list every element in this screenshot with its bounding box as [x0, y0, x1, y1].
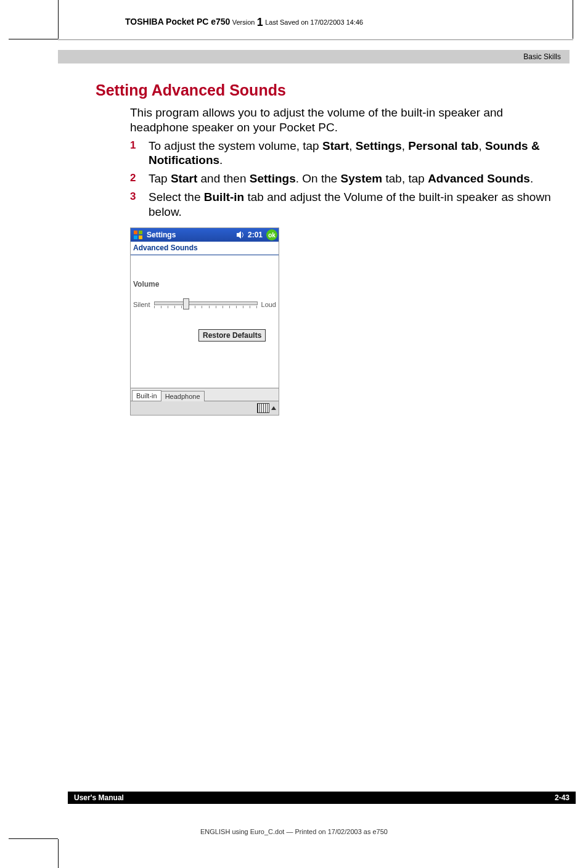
start-icon[interactable]: [132, 229, 144, 241]
step-number: 3: [130, 190, 136, 203]
saved-label: Last Saved on 17/02/2003 14:46: [265, 18, 363, 26]
pda-time: 2:01: [248, 231, 266, 239]
footer-note: ENGLISH using Euro_C.dot — Printed on 17…: [0, 828, 588, 835]
tab-bar: Built-in Headphone: [131, 388, 279, 401]
chevron-up-icon[interactable]: [271, 406, 276, 410]
step-text: Select the Built-in tab and adjust the V…: [149, 190, 551, 218]
footer-bar: User's Manual 2-43: [68, 792, 576, 804]
step-number: 1: [130, 139, 136, 152]
version-label: Version: [232, 18, 255, 26]
svg-rect-3: [139, 235, 142, 239]
step-text: To adjust the system volume, tap Start, …: [149, 139, 540, 167]
pda-subtitle: Advanced Sounds: [131, 242, 279, 255]
product-name: TOSHIBA Pocket PC e750: [125, 17, 230, 27]
section-title: Basic Skills: [523, 52, 561, 61]
slider-right-label: Loud: [261, 301, 276, 308]
restore-defaults-button[interactable]: Restore Defaults: [198, 329, 266, 342]
pda-screenshot: Settings 2:01 ok Advanced Sounds Volume …: [130, 227, 279, 416]
pda-title-text: Settings: [145, 231, 234, 239]
ok-button[interactable]: ok: [266, 229, 277, 240]
section-bar: Basic Skills: [58, 50, 570, 63]
svg-rect-1: [139, 231, 142, 234]
speaker-icon[interactable]: [234, 231, 248, 239]
svg-marker-4: [237, 231, 241, 239]
footer-left: User's Manual: [74, 793, 124, 802]
volume-label: Volume: [133, 280, 159, 289]
step-text: Tap Start and then Settings. On the Syst…: [149, 172, 533, 185]
step-3: 3 Select the Built-in tab and adjust the…: [130, 190, 551, 219]
svg-rect-2: [134, 235, 137, 239]
pda-footer: [131, 401, 279, 415]
keyboard-icon[interactable]: [257, 403, 269, 413]
page-header: TOSHIBA Pocket PC e750 Version 1 Last Sa…: [125, 16, 495, 29]
step-number: 2: [130, 171, 136, 184]
version-number: 1: [257, 16, 263, 28]
step-2: 2 Tap Start and then Settings. On the Sy…: [130, 171, 551, 186]
footer-right: 2-43: [555, 793, 570, 802]
slider-thumb[interactable]: [183, 298, 189, 309]
page-title: Setting Advanced Sounds: [96, 81, 551, 99]
slider-left-label: Silent: [133, 301, 150, 308]
step-1: 1 To adjust the system volume, tap Start…: [130, 139, 551, 168]
svg-rect-0: [134, 231, 137, 234]
pda-titlebar: Settings 2:01 ok: [131, 228, 279, 242]
tab-headphone[interactable]: Headphone: [161, 391, 205, 401]
volume-slider[interactable]: [154, 298, 258, 311]
tab-builtin[interactable]: Built-in: [132, 390, 161, 401]
intro-text: This program allows you to adjust the vo…: [130, 105, 551, 135]
